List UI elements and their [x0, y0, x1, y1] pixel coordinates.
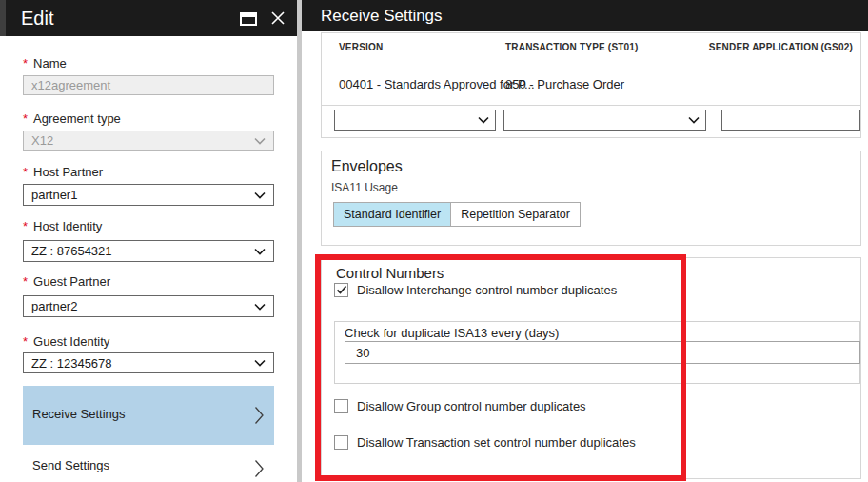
control-numbers-section: Control Numbers Disallow Interchange con…: [321, 257, 861, 479]
host-partner-dropdown[interactable]: partner1: [23, 184, 274, 206]
chevron-down-icon: [254, 137, 266, 145]
agreement-type-dropdown[interactable]: X12: [23, 131, 274, 151]
panel-edge-strip: [0, 0, 6, 36]
isa13-days-input[interactable]: [345, 341, 860, 364]
name-value: x12agreement: [31, 78, 266, 92]
guest-identity-label: *Guest Identity: [23, 334, 109, 350]
required-asterisk: *: [23, 165, 28, 179]
new-row-version-dropdown[interactable]: [334, 110, 496, 131]
envelopes-section: Envelopes ISA11 Usage Standard Identifie…: [321, 151, 861, 246]
cell-transaction-type: 850 - Purchase Order: [505, 77, 624, 91]
isa11-usage-toggle: Standard Identifier Repetition Separator: [333, 202, 581, 227]
panel-title: Receive Settings: [321, 0, 443, 31]
required-asterisk: *: [23, 56, 28, 70]
new-row-sender-application-input[interactable]: [721, 110, 860, 131]
chevron-down-icon: [688, 116, 700, 124]
host-partner-label: *Host Partner: [23, 165, 103, 180]
disallow-transaction-set-checkbox-row[interactable]: Disallow Transaction set control number …: [334, 435, 636, 450]
repetition-separator-button[interactable]: Repetition Separator: [451, 202, 581, 227]
required-asterisk: *: [23, 274, 28, 289]
column-header-sender-application: SENDER APPLICATION (GS02): [709, 42, 853, 52]
guest-identity-dropdown[interactable]: ZZ : 12345678: [23, 352, 274, 373]
guest-partner-dropdown[interactable]: partner2: [23, 295, 274, 317]
panel-title: Edit: [21, 0, 53, 36]
chevron-down-icon: [254, 359, 266, 367]
chevron-right-icon: [254, 459, 265, 478]
agreement-type-label: *Agreement type: [23, 111, 121, 127]
chevron-down-icon: [478, 116, 489, 124]
name-field[interactable]: x12agreement: [23, 75, 274, 95]
disallow-interchange-checkbox-row[interactable]: Disallow Interchange control number dupl…: [334, 283, 617, 297]
table-divider: [322, 70, 860, 70]
disallow-group-checkbox-row[interactable]: Disallow Group control number duplicates: [334, 399, 586, 413]
control-numbers-heading: Control Numbers: [336, 265, 444, 281]
chevron-down-icon: [254, 191, 266, 199]
chevron-right-icon: [254, 406, 265, 425]
receive-settings-panel: Receive Settings VERSION TRANSACTION TYP…: [302, 0, 868, 482]
column-header-transaction-type: TRANSACTION TYPE (ST01): [505, 42, 639, 52]
standard-identifier-button[interactable]: Standard Identifier: [333, 202, 451, 227]
guest-partner-label: *Guest Partner: [23, 274, 110, 290]
chevron-down-icon: [254, 303, 266, 311]
table-divider: [322, 105, 860, 106]
isa11-usage-label: ISA11 Usage: [331, 181, 398, 194]
required-asterisk: *: [23, 334, 28, 349]
checkbox-checked-icon[interactable]: [334, 283, 348, 297]
edit-panel: Edit *Name x12agreement *Agreement type …: [0, 0, 297, 482]
transaction-table: VERSION TRANSACTION TYPE (ST01) SENDER A…: [321, 32, 861, 138]
new-row-transaction-type-dropdown[interactable]: [503, 110, 706, 131]
nav-item-send-settings[interactable]: Send Settings: [23, 449, 274, 482]
receive-settings-header: Receive Settings: [302, 0, 868, 31]
host-identity-dropdown[interactable]: ZZ : 87654321: [23, 240, 274, 262]
close-icon[interactable]: [270, 10, 286, 26]
isa13-duplicate-group: Check for duplicate ISA13 every (days): [334, 321, 860, 384]
chevron-down-icon: [254, 248, 266, 255]
edit-agreement-screen: Edit *Name x12agreement *Agreement type …: [0, 0, 868, 482]
required-asterisk: *: [23, 219, 28, 233]
maximize-icon[interactable]: [240, 12, 257, 26]
isa13-field-label: Check for duplicate ISA13 every (days): [345, 326, 559, 340]
envelopes-heading: Envelopes: [331, 158, 403, 175]
name-label: *Name: [23, 56, 67, 71]
host-identity-label: *Host Identity: [23, 219, 102, 234]
required-asterisk: *: [23, 111, 28, 126]
checkbox-unchecked-icon[interactable]: [334, 435, 348, 450]
checkbox-unchecked-icon[interactable]: [334, 399, 348, 413]
column-header-version: VERSION: [339, 42, 383, 52]
edit-panel-header: Edit: [0, 0, 297, 36]
nav-item-receive-settings[interactable]: Receive Settings: [23, 386, 274, 445]
